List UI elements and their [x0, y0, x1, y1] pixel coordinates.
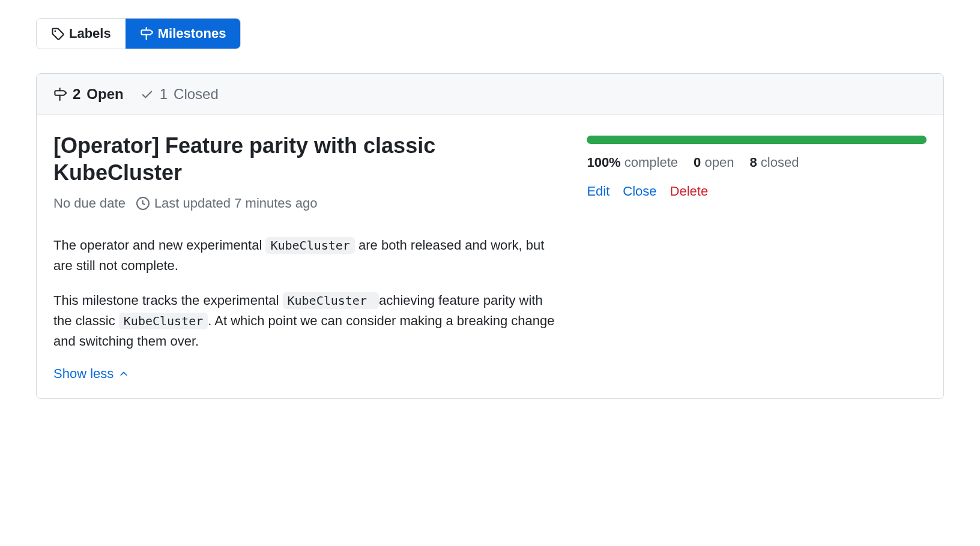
stat-open: 0 open — [694, 155, 734, 170]
progress-stats: 100% complete 0 open 8 closed — [587, 155, 927, 170]
open-count-value: 2 — [73, 86, 80, 103]
labels-tab[interactable]: Labels — [37, 19, 126, 49]
progress-bar — [587, 136, 927, 144]
open-count-filter[interactable]: 2 Open — [53, 86, 124, 103]
milestone-stats: 100% complete 0 open 8 closed Edit Close… — [587, 132, 927, 382]
delete-link[interactable]: Delete — [670, 184, 709, 199]
milestone-updated: Last updated 7 minutes ago — [136, 196, 318, 211]
milestone-due-date: No due date — [53, 196, 126, 211]
closed-count-label: Closed — [174, 86, 219, 103]
tag-icon — [51, 27, 64, 40]
closed-count-value: 1 — [160, 86, 168, 103]
milestone-description: The operator and new experimental KubeCl… — [53, 235, 563, 352]
filter-tabs: Labels Milestones — [36, 18, 241, 49]
milestone-meta: No due date Last updated 7 minutes ago — [53, 196, 563, 211]
show-less-toggle[interactable]: Show less — [53, 366, 129, 382]
milestone-row: [Operator] Feature parity with classic K… — [37, 115, 943, 398]
stat-closed: 8 closed — [749, 155, 799, 170]
closed-count-filter[interactable]: 1 Closed — [141, 86, 219, 103]
milestone-actions: Edit Close Delete — [587, 184, 927, 199]
chevron-up-icon — [118, 368, 129, 379]
description-paragraph: This milestone tracks the experimental K… — [53, 290, 563, 352]
open-count-label: Open — [86, 86, 123, 103]
milestones-tab-text: Milestones — [158, 26, 226, 41]
code-inline: KubeCluster — [283, 292, 380, 309]
milestone-info: [Operator] Feature parity with classic K… — [53, 132, 563, 382]
close-link[interactable]: Close — [623, 184, 656, 199]
milestone-icon — [53, 88, 67, 101]
milestones-tab[interactable]: Milestones — [126, 19, 241, 49]
labels-tab-text: Labels — [69, 26, 111, 41]
show-less-text: Show less — [53, 366, 113, 382]
description-paragraph: The operator and new experimental KubeCl… — [53, 235, 563, 276]
milestone-updated-text: Last updated 7 minutes ago — [154, 196, 318, 211]
stat-complete: 100% complete — [587, 155, 678, 170]
milestones-panel: 2 Open 1 Closed [Operator] Feature parit… — [36, 73, 944, 399]
milestone-icon — [140, 27, 153, 40]
milestone-title[interactable]: [Operator] Feature parity with classic K… — [53, 132, 563, 186]
check-icon — [141, 88, 154, 101]
edit-link[interactable]: Edit — [587, 184, 609, 199]
clock-icon — [136, 197, 150, 210]
code-inline: KubeCluster — [265, 237, 354, 254]
code-inline: KubeCluster — [119, 313, 208, 329]
milestones-panel-header: 2 Open 1 Closed — [37, 74, 943, 115]
